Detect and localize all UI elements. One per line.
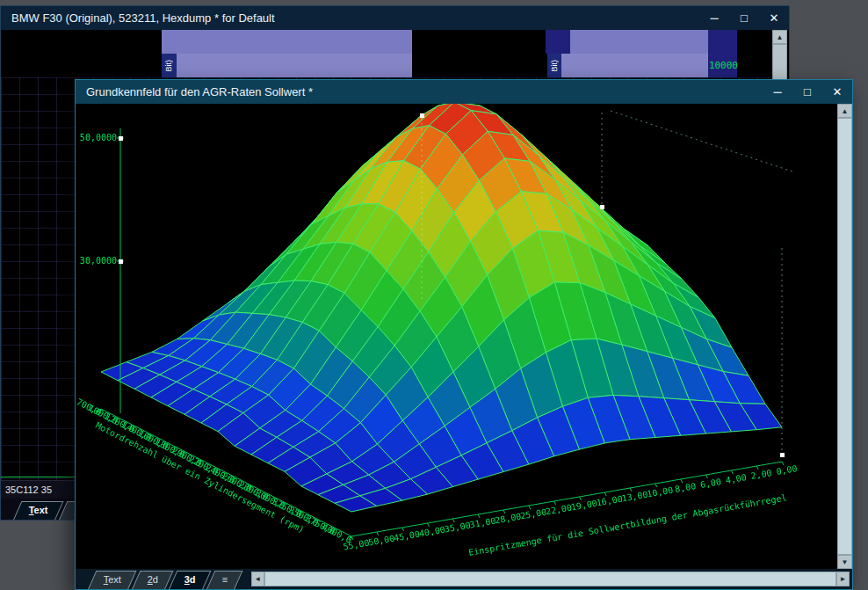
map-selection-block[interactable] (570, 30, 708, 54)
hexdump-tab-text[interactable]: Text (13, 501, 63, 520)
scroll-right-icon[interactable]: ► (836, 572, 850, 586)
agr-main: ▲ ▼ (76, 104, 852, 569)
map-selection-block[interactable] (162, 30, 412, 54)
agr-window[interactable]: Grundkennfeld für den AGR-Raten Sollwert… (75, 79, 853, 590)
scale-value-label: 10000 (709, 60, 738, 71)
map-selection-block[interactable] (708, 30, 737, 54)
agr-tab-3d[interactable]: 3d (169, 571, 211, 589)
agr-close-icon[interactable]: ✕ (822, 80, 852, 104)
map-selection-strip-1 (1, 30, 789, 54)
agr-tab-2d[interactable]: 2d (132, 571, 174, 589)
map-selection-block[interactable] (561, 54, 708, 77)
scrollbar-thumb[interactable] (837, 118, 852, 555)
hexdump-close-icon[interactable]: ✕ (759, 6, 789, 30)
agr-bottom-bar: Text 2d 3d ≡ ◄ ► (76, 569, 852, 589)
agr-tab-text[interactable]: Text (88, 571, 137, 589)
agr-tab-list-icon[interactable]: ≡ (206, 571, 243, 589)
bit-map-block[interactable]: Bit) (162, 54, 177, 77)
agr-minimize-icon[interactable]: ─ (763, 80, 792, 104)
scrollbar-thumb[interactable] (264, 572, 836, 586)
hexdump-titlebar[interactable]: BMW F30 (Original), 523211, Hexdump * fo… (1, 6, 789, 30)
bit-label: Bit) (551, 60, 559, 72)
bit-label: Bit) (165, 60, 173, 72)
map-selection-block[interactable] (177, 54, 412, 77)
scroll-up-icon[interactable]: ▲ (772, 30, 787, 44)
agr-titlebar[interactable]: Grundkennfeld für den AGR-Raten Sollwert… (76, 80, 852, 104)
scroll-up-icon[interactable]: ▲ (837, 104, 852, 118)
agr-vertical-scrollbar[interactable]: ▲ ▼ (837, 104, 852, 569)
surface-plot-area (76, 104, 837, 569)
hexdump-maximize-icon[interactable]: □ (729, 6, 759, 30)
hexdump-status-text: 35C112 35 (5, 484, 52, 495)
agr-maximize-icon[interactable]: □ (792, 80, 822, 104)
hexdump-window-title: BMW F30 (Original), 523211, Hexdump * fo… (11, 11, 699, 25)
agr-tabbar: Text 2d 3d ≡ (76, 569, 239, 589)
scroll-down-icon[interactable]: ▼ (837, 555, 852, 569)
map-selection-block[interactable] (546, 30, 570, 54)
scroll-left-icon[interactable]: ◄ (251, 572, 264, 586)
bit-map-block[interactable]: Bit) (547, 54, 561, 77)
map-selection-strip-2: Bit) Bit) 10000 (1, 54, 789, 77)
agr-horizontal-scrollbar[interactable]: ◄ ► (251, 572, 850, 586)
agr-3d-surface-canvas[interactable] (76, 104, 837, 569)
hexdump-minimize-icon[interactable]: ─ (699, 6, 729, 30)
agr-window-title: Grundkennfeld für den AGR-Raten Sollwert… (86, 85, 763, 98)
